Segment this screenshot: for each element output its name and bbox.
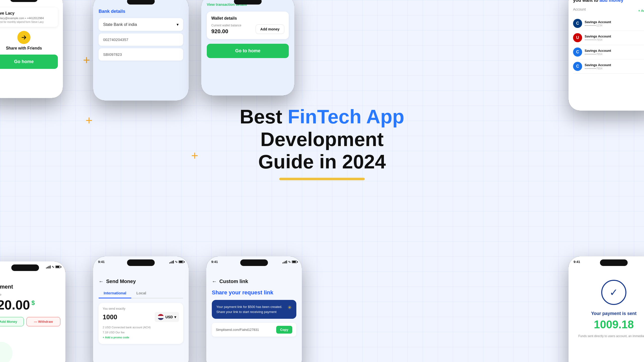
phone-add-money: you want to add money Account + Add new … xyxy=(569,0,644,111)
fee-info: 2 USD Connected bank account (ACH) 7.18 … xyxy=(103,325,179,340)
share-request-title: Share your request link xyxy=(212,289,296,296)
chase1-num: ••••••••••••7654 xyxy=(585,53,644,56)
tab-international[interactable]: International xyxy=(99,288,131,298)
send-money-title: Send Money xyxy=(106,279,136,284)
payment-btn-row: + Add Money — Withdraw xyxy=(0,317,60,326)
status-icons-6: ∿ xyxy=(169,260,184,264)
add-money-btn-5[interactable]: + Add Money xyxy=(0,317,24,326)
usaa-info: Savings Account ••••••••••••7654 xyxy=(585,34,644,41)
time-7: 9:41 xyxy=(211,260,218,264)
battery-icon-6 xyxy=(179,260,184,263)
go-home-button[interactable]: Go home xyxy=(0,55,58,69)
chase1-info: Savings Account ••••••••••••7654 xyxy=(585,49,644,56)
add-new-button[interactable]: + Add new xyxy=(638,9,644,13)
tab-local[interactable]: Local xyxy=(131,288,151,298)
phone-add-money-inner: you want to add money Account + Add new … xyxy=(569,0,644,111)
bank-dropdown[interactable]: State Bank of india ▾ xyxy=(99,18,183,31)
account-number-input[interactable]: 002740204357 xyxy=(99,33,183,46)
custom-link-header: ← Custom link xyxy=(212,279,296,284)
usaa-name: Savings Account xyxy=(585,34,644,38)
check-circle: ✓ xyxy=(601,280,626,305)
phone-notch-6 xyxy=(127,259,155,266)
flag-icon xyxy=(158,314,164,320)
phone6-content: ← Send Money International Local You sen… xyxy=(93,265,189,348)
payment-balance: 920.00 $ xyxy=(0,297,60,312)
phone-share-friends: Steve Lacy stevelacy@example.com • +4412… xyxy=(0,0,63,98)
headline-line2: Guide in 2024 xyxy=(258,151,386,173)
phone-custom-link-inner: 9:41 ∿ ← Custom link Share your request … xyxy=(206,256,302,362)
dollar-sign: $ xyxy=(31,299,35,306)
withdraw-btn[interactable]: — Withdraw xyxy=(26,317,60,326)
phone-notch-1 xyxy=(10,0,38,2)
wifi-icon-6: ∿ xyxy=(175,260,178,264)
go-to-home-button[interactable]: Go to home xyxy=(207,44,289,58)
sparkle-icon: ✳ xyxy=(288,304,292,310)
user-request: Request for monthly stipend form Steve L… xyxy=(0,21,54,23)
payment-title: Payment xyxy=(0,284,60,290)
phone8-content: ✓ Your payment is sent 1009.18 Funds sen… xyxy=(569,265,644,343)
citi-name: Savings Account xyxy=(585,20,644,24)
add-money-title: you want to add money xyxy=(573,0,644,3)
chevron-down-icon: ▾ xyxy=(177,22,179,27)
currency-selector[interactable]: USD ▾ xyxy=(155,312,179,322)
plus-decoration-3: + xyxy=(191,150,198,162)
send-label: You send exactly xyxy=(103,307,179,310)
payment-link: Simplisend.com/Fiahd127831 xyxy=(216,328,274,332)
usaa-num: ••••••••••••7654 xyxy=(585,38,644,41)
back-button-7[interactable]: ← xyxy=(212,279,217,284)
ifsc-input[interactable]: SBI097823 xyxy=(99,48,183,61)
headline-title: Best FinTech App Development Guide in 20… xyxy=(209,106,435,173)
status-icons-7: ∿ xyxy=(283,260,297,264)
chevron-down-icon-6: ▾ xyxy=(174,315,176,319)
battery-icon xyxy=(55,265,60,268)
link-row: Simplisend.com/Fiahd127831 Copy xyxy=(212,323,296,337)
balance-label: Current wallet balance xyxy=(211,24,241,27)
phone-wallet: View transaction details Wallet details … xyxy=(201,0,294,96)
plus-decoration-2: + xyxy=(86,114,93,126)
phone-notch-5 xyxy=(11,264,39,271)
headline-section: Best FinTech App Development Guide in 20… xyxy=(209,106,435,180)
balance-label-5: balance xyxy=(0,293,60,296)
back-button-6[interactable]: ← xyxy=(99,279,104,284)
phone-payment-sent: 9:41 ✓ Your payment is sent 1009.18 Fund… xyxy=(569,256,644,362)
phone-payment-sent-inner: 9:41 ✓ Your payment is sent 1009.18 Fund… xyxy=(569,256,644,362)
send-money-tabs: International Local xyxy=(99,288,183,298)
user-card: Steve Lacy stevelacy@example.com • +4412… xyxy=(0,8,58,27)
phone3-content: View transaction details Wallet details … xyxy=(201,0,294,63)
wallet-card: Wallet details Current wallet balance 92… xyxy=(207,12,289,39)
account-row-citi: C Savings Account ••••••••••••1234 $90 xyxy=(573,16,644,31)
send-amount: 1000 xyxy=(103,313,117,321)
phone4-content: you want to add money Account + Add new … xyxy=(569,0,644,79)
chase2-info: Savings Account ••••••••••••7654 xyxy=(585,63,644,70)
balance-value: 920.00 xyxy=(0,297,30,312)
headline-part2: Development xyxy=(260,128,384,150)
phone5-content: Payment balance 920.00 $ + Add Money — W… xyxy=(0,270,65,336)
bank-name: State Bank of india xyxy=(103,22,137,27)
phone2-content: Bank details State Bank of india ▾ 00274… xyxy=(93,0,189,68)
phone-send-money: 9:41 ∿ ← Send Money International Local xyxy=(93,256,189,362)
chase1-logo: C xyxy=(573,48,582,57)
copy-button[interactable]: Copy xyxy=(276,326,293,334)
add-money-button[interactable]: Add money xyxy=(256,24,284,34)
phone-send-money-inner: 9:41 ∿ ← Send Money International Local xyxy=(93,256,189,362)
wifi-icon: ∿ xyxy=(52,265,54,269)
arrow-circle xyxy=(17,31,30,44)
wallet-row: Current wallet balance 920.00 Add money xyxy=(211,24,284,35)
account-row-chase1: C Savings Account ••••••••••••7654 $60 xyxy=(573,45,644,59)
phone7-content: ← Custom link Share your request link ✳ … xyxy=(206,265,302,342)
account-label: Account xyxy=(573,7,586,11)
phone-bank-details-inner: Bank details State Bank of india ▾ 00274… xyxy=(93,0,189,101)
account-row-usaa: U Savings Account ••••••••••••7654 $60 xyxy=(573,31,644,45)
fee-amount-1: 2 USD xyxy=(103,326,111,329)
wallet-title: Wallet details xyxy=(211,16,284,21)
headline-highlight: FinTech App xyxy=(288,106,405,128)
usaa-logo: U xyxy=(573,33,582,42)
status-icons-5: ∿ xyxy=(46,265,60,269)
fee-line2: 7.18 USD Our fee xyxy=(103,330,179,335)
promo-link[interactable]: + Add a promo code xyxy=(103,335,179,340)
phone-custom-link: 9:41 ∿ ← Custom link Share your request … xyxy=(206,256,302,362)
time-8: 9:41 xyxy=(574,260,580,264)
payment-amount: 1009.18 xyxy=(574,318,644,331)
wallet-balance: 920.00 xyxy=(211,28,241,35)
phone-bank-details: Bank details State Bank of india ▾ 00274… xyxy=(93,0,189,101)
